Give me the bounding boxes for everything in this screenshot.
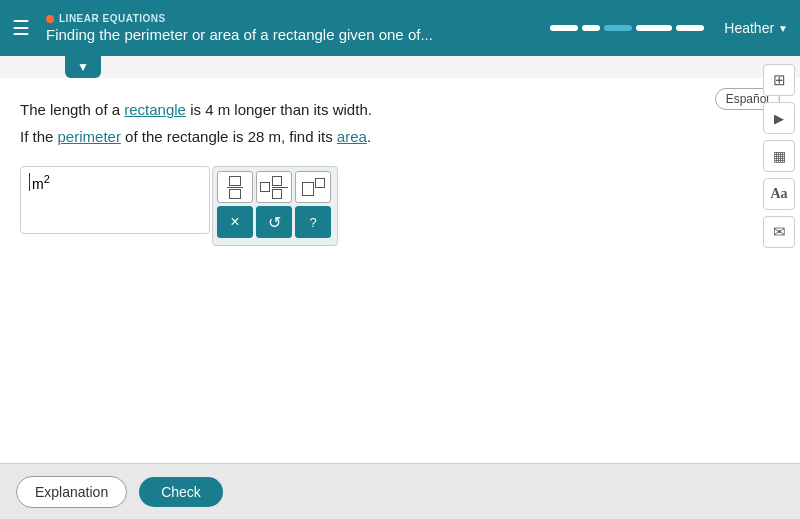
superscript-key[interactable] (295, 171, 331, 203)
bottom-bar: Explanation Check (0, 463, 800, 519)
problem-line2: If the perimeter of the rectangle is 28 … (20, 128, 371, 145)
side-toolbar: ⊞ ▶ ▦ Aa ✉ (758, 56, 800, 256)
help-key[interactable]: ? (295, 206, 331, 238)
progress-seg-3 (604, 25, 632, 31)
main-content: Español The length of a rectangle is 4 m… (0, 78, 800, 478)
answer-input[interactable]: m2 (20, 166, 210, 234)
progress-seg-5 (676, 25, 704, 31)
video-button[interactable]: ▶ (763, 102, 795, 134)
rectangle-link[interactable]: rectangle (124, 101, 186, 118)
mail-icon: ✉ (773, 223, 786, 241)
text-icon: Aa (770, 186, 787, 202)
fraction-icon (227, 176, 243, 199)
math-keyboard: × ↺ ? (212, 166, 338, 246)
book-icon: ▦ (773, 148, 786, 164)
mail-button[interactable]: ✉ (763, 216, 795, 248)
calculator-icon: ⊞ (773, 71, 786, 89)
keyboard-row-2: × ↺ ? (217, 206, 333, 238)
undo-key[interactable]: ↺ (256, 206, 292, 238)
orange-dot (46, 15, 54, 23)
problem-text: The length of a rectangle is 4 m longer … (20, 96, 780, 150)
video-icon: ▶ (774, 111, 784, 126)
superscript-icon (302, 178, 325, 196)
section-label: LINEAR EQUATIONS (46, 13, 530, 24)
chevron-down-icon: ▼ (778, 23, 788, 34)
input-area: m2 (20, 166, 780, 234)
progress-seg-4 (636, 25, 672, 31)
perimeter-link[interactable]: perimeter (58, 128, 121, 145)
progress-seg-1 (550, 25, 578, 31)
fraction-key[interactable] (217, 171, 253, 203)
unit-label: m2 (32, 173, 50, 192)
book-button[interactable]: ▦ (763, 140, 795, 172)
progress-seg-2 (582, 25, 600, 31)
menu-icon[interactable]: ☰ (12, 16, 30, 40)
calculator-button[interactable]: ⊞ (763, 64, 795, 96)
cursor (29, 173, 30, 191)
multiply-key[interactable]: × (217, 206, 253, 238)
area-link[interactable]: area (337, 128, 367, 145)
user-menu[interactable]: Heather ▼ (724, 20, 788, 36)
problem-line1: The length of a rectangle is 4 m longer … (20, 101, 372, 118)
keyboard-row-1 (217, 171, 333, 203)
mixed-number-key[interactable] (256, 171, 292, 203)
text-size-button[interactable]: Aa (763, 178, 795, 210)
mixed-icon (260, 176, 288, 199)
progress-bar (550, 25, 704, 31)
explanation-button[interactable]: Explanation (16, 476, 127, 508)
page-title: Finding the perimeter or area of a recta… (46, 26, 530, 43)
header-title-block: LINEAR EQUATIONS Finding the perimeter o… (46, 13, 530, 43)
header: ☰ LINEAR EQUATIONS Finding the perimeter… (0, 0, 800, 56)
user-name: Heather (724, 20, 774, 36)
check-button[interactable]: Check (139, 477, 223, 507)
collapse-arrow-button[interactable]: ▼ (65, 56, 101, 78)
